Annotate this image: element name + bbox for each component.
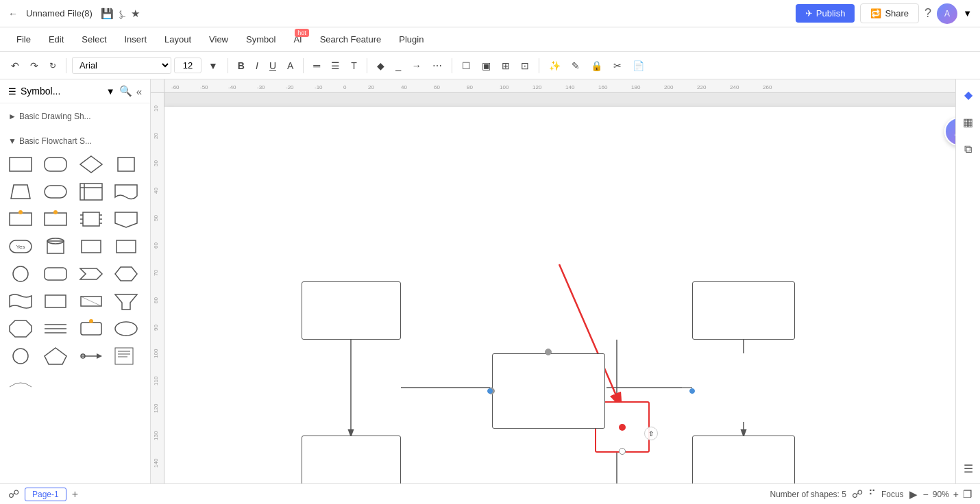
shape-note[interactable] (111, 343, 141, 369)
shape-rect2[interactable] (76, 234, 106, 260)
shape-oval[interactable] (111, 316, 141, 342)
undo-button[interactable]: ↶ (7, 58, 23, 74)
shape-chevron[interactable] (76, 261, 106, 287)
shape-funnel[interactable] (111, 288, 141, 314)
menu-plugin[interactable]: Plugin (391, 32, 432, 47)
canvas[interactable]: A (164, 93, 955, 483)
canvas-logo[interactable]: A (944, 117, 955, 146)
shape-stadium[interactable] (40, 261, 71, 287)
shape-pentagon[interactable] (40, 343, 71, 369)
menu-edit[interactable]: Edit (40, 32, 72, 47)
sidebar-dropdown-icon[interactable]: ▼ (106, 86, 115, 97)
shape-diamond[interactable] (76, 151, 106, 177)
menu-search-feature[interactable]: Search Feature (312, 32, 390, 47)
page-tab-1[interactable]: Page-1 (25, 488, 66, 501)
shape-rectangle[interactable] (5, 151, 36, 177)
shape-circle2[interactable] (5, 343, 36, 369)
menu-select[interactable]: Select (73, 32, 114, 47)
shape-document[interactable] (111, 179, 141, 205)
center-handle[interactable] (619, 424, 626, 431)
fit-screen-icon[interactable]: ❐ (963, 488, 972, 501)
menu-layout[interactable]: Layout (156, 32, 199, 47)
shape-dots2[interactable] (40, 206, 71, 232)
shape-rect3[interactable] (40, 288, 71, 314)
shape-arc[interactable] (5, 370, 36, 396)
underline-button[interactable]: U (265, 58, 280, 74)
shape-process[interactable] (76, 206, 106, 232)
shape-bracket[interactable] (111, 234, 141, 260)
right-edge-handle-right[interactable] (689, 388, 695, 394)
sidebar-collapse-icon[interactable]: « (136, 86, 142, 97)
focus-label[interactable]: Focus (881, 490, 904, 499)
right-panel-style-icon[interactable]: ◆ (959, 85, 978, 104)
lock-button[interactable]: 🔒 (587, 58, 607, 74)
basic-flowchart-title[interactable]: ▼ Basic Flowchart S... (5, 132, 145, 149)
top-edge-handle[interactable] (545, 349, 552, 355)
share-button[interactable]: 🔁 Share (860, 3, 919, 23)
add-page-button[interactable]: + (72, 488, 78, 501)
line-options-button[interactable]: ⋯ (428, 58, 446, 74)
page-view-icon[interactable]: ☍ (8, 488, 19, 501)
bold-button[interactable]: B (234, 58, 249, 74)
crop-button[interactable]: ⊞ (498, 58, 514, 74)
shape-4[interactable] (692, 281, 795, 340)
play-icon[interactable]: ▶ (909, 488, 918, 501)
canvas-drawing-area[interactable]: A (164, 107, 955, 483)
shape-offpage[interactable] (111, 206, 141, 232)
shape-octagon[interactable] (5, 316, 36, 342)
shape-6[interactable] (692, 436, 795, 483)
move-handle[interactable]: ⇧ (644, 427, 658, 440)
scissors-button[interactable]: ✂ (609, 58, 626, 74)
shape-hexagon[interactable] (111, 261, 141, 287)
shape-trapezoid[interactable] (5, 179, 36, 205)
italic-button[interactable]: I (252, 58, 262, 74)
shape-tape[interactable] (76, 288, 106, 314)
zoom-out-button[interactable]: − (923, 489, 929, 500)
right-panel-grid-icon[interactable]: ⧉ (959, 140, 978, 159)
align-options-button[interactable]: ☰ (327, 58, 344, 74)
bottom-handle[interactable] (619, 448, 626, 455)
fill-button[interactable]: ◆ (373, 58, 389, 74)
help-icon[interactable]: ? (924, 6, 931, 21)
basic-drawing-title[interactable]: ► Basic Drawing Sh... (5, 108, 145, 124)
right-panel-settings-icon[interactable]: ☰ (959, 459, 978, 478)
save-icon[interactable]: 💾 (101, 8, 114, 20)
user-avatar[interactable]: A (937, 3, 957, 24)
shape-can[interactable] (40, 234, 71, 260)
align-center-button[interactable]: ═ (309, 58, 324, 74)
menu-ai[interactable]: AI (285, 32, 310, 47)
menu-view[interactable]: View (201, 32, 236, 47)
menu-symbol[interactable]: Symbol (238, 32, 284, 47)
back-icon[interactable]: ← (8, 8, 18, 19)
shape-parallelogram[interactable] (111, 151, 141, 177)
shape-wave[interactable] (5, 288, 36, 314)
export-icon[interactable]: ⍼ (119, 8, 125, 19)
publish-button[interactable]: ✈ Publish (796, 4, 855, 23)
shape-5[interactable] (302, 436, 401, 483)
shape-circle[interactable] (5, 261, 36, 287)
star-icon[interactable]: ★ (131, 8, 140, 20)
shape-yes-no[interactable]: Yes (5, 234, 36, 260)
line-style-button[interactable]: ⎯ (391, 58, 405, 74)
zoom-in-button[interactable]: + (953, 489, 959, 500)
line-end-button[interactable]: → (408, 58, 426, 74)
dropdown-size-icon[interactable]: ▼ (204, 58, 222, 74)
shape-connector-arrow[interactable] (76, 343, 106, 369)
sparkle-button[interactable]: ✨ (545, 58, 565, 74)
font-size-input[interactable] (174, 58, 201, 73)
sidebar-menu-icon[interactable]: ☰ (8, 86, 16, 97)
sidebar-search-icon[interactable]: 🔍 (119, 85, 132, 97)
scale-button[interactable]: ⊡ (517, 58, 533, 74)
edit2-button[interactable]: ✎ (567, 58, 584, 74)
font-color-button[interactable]: A (283, 58, 297, 74)
redo2-button[interactable]: ↻ (45, 58, 60, 73)
shape-rect-rounded[interactable] (76, 316, 106, 342)
shape-rounded-rect[interactable] (40, 151, 71, 177)
shape-dots1[interactable] (5, 206, 36, 232)
menu-insert[interactable]: Insert (117, 32, 156, 47)
shape-lines[interactable] (40, 316, 71, 342)
shape-ellipse-rect[interactable] (40, 179, 71, 205)
right-panel-layers-icon[interactable]: ▦ (959, 112, 978, 131)
snap-icon[interactable]: ⠋ (868, 488, 876, 501)
layers-icon[interactable]: ☍ (852, 488, 863, 501)
